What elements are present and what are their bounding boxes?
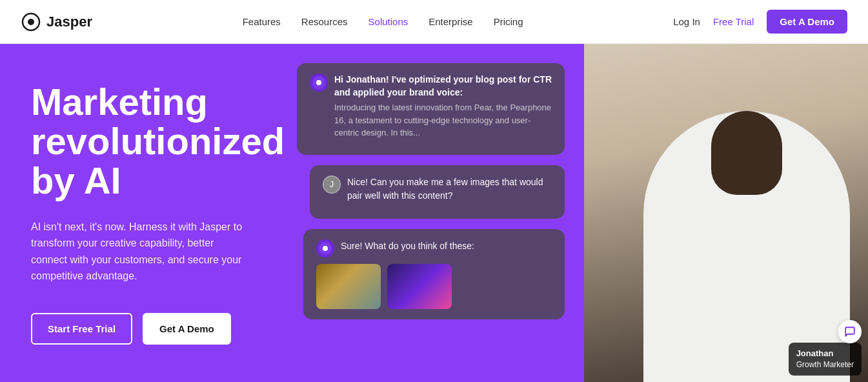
hero-left: Marketing revolutionized by AI AI isn't … — [0, 44, 278, 382]
chat-images — [316, 264, 552, 309]
hero-get-demo-button[interactable]: Get A Demo — [143, 313, 231, 345]
chat-bubble-icon — [844, 326, 856, 337]
generated-image-1 — [316, 264, 381, 309]
person-title: Growth Marketer — [796, 359, 854, 370]
nav-link-features[interactable]: Features — [243, 16, 281, 27]
hero-section: Marketing revolutionized by AI AI isn't … — [0, 44, 868, 382]
chat-bubble-1-title: Hi Jonathan! I've optimized your blog po… — [334, 74, 552, 99]
chat-bubble-2-header: J Nice! Can you make me a few images tha… — [323, 176, 552, 203]
hero-chat-area: Hi Jonathan! I've optimized your blog po… — [278, 44, 584, 382]
login-link[interactable]: Log In — [673, 16, 700, 27]
user-icon: J — [324, 177, 339, 192]
chat-bubble-2: J Nice! Can you make me a few images tha… — [310, 165, 565, 219]
hero-subtitle: AI isn't next, it's now. Harness it with… — [31, 219, 252, 285]
nav-links: Features Resources Solutions Enterprise … — [243, 16, 523, 27]
nav-link-solutions[interactable]: Solutions — [368, 16, 409, 27]
chat-bubble-3-header: Sure! What do you think of these: — [316, 239, 552, 257]
free-trial-link[interactable]: Free Trial — [713, 16, 754, 27]
hero-buttons: Start Free Trial Get A Demo — [31, 313, 252, 345]
person-name-badge: Jonathan Growth Marketer — [789, 343, 862, 376]
generated-image-2-visual — [387, 264, 452, 309]
person-name: Jonathan — [796, 348, 854, 359]
logo[interactable]: Jasper — [21, 12, 92, 32]
nav-link-resources[interactable]: Resources — [301, 16, 348, 27]
jasper-avatar-3 — [316, 239, 334, 257]
jasper-logo-icon — [21, 12, 41, 32]
hero-title: Marketing revolutionized by AI — [31, 83, 252, 201]
get-demo-button[interactable]: Get A Demo — [767, 10, 847, 34]
nav-link-enterprise[interactable]: Enterprise — [429, 16, 472, 27]
svg-point-1 — [28, 19, 34, 25]
person-head — [711, 111, 782, 195]
hero-person-area: Jonathan Growth Marketer — [584, 44, 868, 382]
generated-image-1-visual — [316, 264, 381, 309]
chat-bubble-3: Sure! What do you think of these: — [303, 229, 565, 319]
generated-image-2 — [387, 264, 452, 309]
chat-widget-icon[interactable] — [838, 320, 862, 343]
chat-bubble-1-body: Introducing the latest innovation from P… — [334, 101, 552, 139]
chat-bubble-1: Hi Jonathan! I've optimized your blog po… — [297, 63, 565, 155]
navbar: Jasper Features Resources Solutions Ente… — [0, 0, 868, 44]
start-free-trial-button[interactable]: Start Free Trial — [31, 313, 132, 345]
nav-link-pricing[interactable]: Pricing — [494, 16, 523, 27]
nav-actions: Log In Free Trial Get A Demo — [673, 10, 847, 34]
person-figure — [643, 98, 850, 382]
chat-bubble-3-text: Sure! What do you think of these: — [341, 239, 474, 254]
user-avatar: J — [323, 176, 341, 194]
logo-text: Jasper — [46, 14, 92, 30]
chat-bubble-2-text: Nice! Can you make me a few images that … — [347, 176, 552, 203]
jasper-avatar-1 — [310, 74, 328, 92]
chat-bubble-1-header: Hi Jonathan! I've optimized your blog po… — [310, 74, 552, 139]
